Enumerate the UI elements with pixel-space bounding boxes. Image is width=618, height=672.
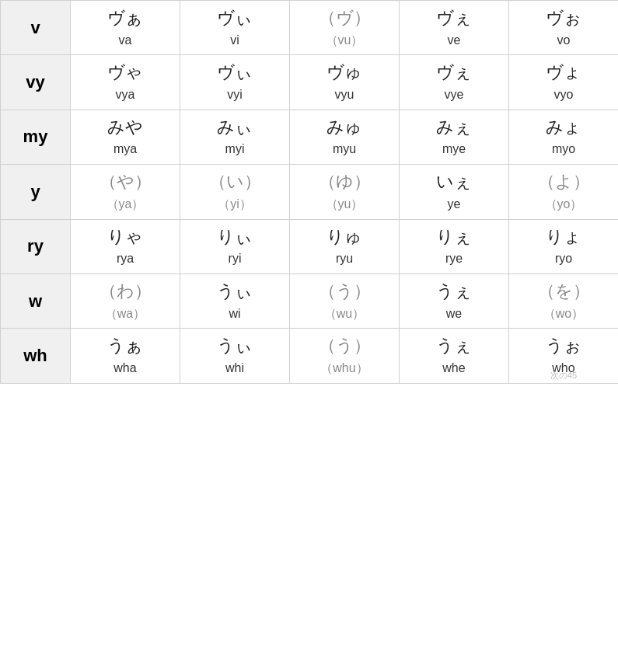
kana-text: みょ: [546, 117, 581, 139]
kana-text: ヴぇ: [436, 7, 472, 30]
kana-cell: ヴぉvo: [509, 1, 619, 55]
romaji-text: myi: [225, 141, 245, 158]
romaji-text: va: [119, 33, 132, 49]
kana-cell: りょryo: [509, 219, 619, 273]
kana-text: ヴぃ: [217, 7, 253, 30]
cell-inner: ヴゃvya: [74, 61, 176, 103]
romaji-text: mya: [113, 141, 137, 158]
kana-text: うぁ: [107, 335, 143, 357]
cell-inner: うぉwho: [512, 335, 615, 376]
row-header: wh: [1, 329, 71, 383]
cell-inner: りゃrya: [74, 226, 176, 267]
kana-cell: うぇwe: [400, 273, 509, 328]
romaji-text: wi: [229, 306, 240, 322]
row-header: my: [1, 110, 71, 164]
kana-cell: みやmya: [71, 110, 180, 164]
romaji-text: （yo）: [545, 197, 583, 213]
kana-text: （ゆ）: [319, 171, 371, 193]
kana-text: ヴぃ: [217, 61, 253, 84]
romaji-text: （whu）: [320, 360, 368, 377]
table-row: ryりゃryaりぃryiりゅryuりぇryeりょryo: [1, 219, 619, 273]
romaji-text: （wa）: [105, 306, 145, 322]
romaji-text: （vu）: [326, 33, 364, 49]
romaji-text: whe: [442, 360, 465, 377]
cell-inner: （ヴ）（vu）: [293, 7, 396, 48]
kana-text: （よ）: [538, 171, 590, 193]
row-header: ry: [1, 219, 71, 273]
romaji-text: （yi）: [218, 197, 252, 213]
kana-cell: ヴぇve: [400, 1, 509, 55]
romaji-text: mye: [442, 141, 466, 158]
cell-inner: りょryo: [512, 226, 615, 267]
kana-cell: ヴぁva: [71, 1, 180, 55]
table-row: w（わ）（wa）うぃwi（う）（wu）うぇwe（を）（wo）: [1, 273, 619, 328]
cell-inner: ヴょvyo: [512, 61, 615, 103]
cell-inner: みゅmyu: [293, 117, 396, 158]
kana-text: りゃ: [107, 226, 143, 249]
kana-text: ヴゅ: [326, 61, 362, 84]
kana-cell: りゅryu: [290, 219, 400, 273]
cell-inner: うぇwe: [403, 280, 505, 322]
kana-cell: ヴゅvyu: [290, 55, 400, 110]
romaji-text: vyo: [554, 87, 574, 103]
romaji-text: vyi: [227, 87, 243, 103]
kana-cell: みぃmyi: [180, 110, 290, 164]
table-row: whうぁwhaうぃwhi（う）（whu）うぇwheうぉwho次の45: [1, 329, 619, 383]
romaji-text: whi: [225, 360, 244, 377]
table-row: vヴぁvaヴぃvi（ヴ）（vu）ヴぇveヴぉvo: [1, 1, 619, 55]
romaji-text: ve: [448, 33, 461, 49]
row-header: y: [1, 165, 71, 219]
cell-inner: ヴぇvye: [403, 61, 505, 103]
kana-cell: ヴぃvi: [180, 1, 290, 55]
kana-cell: （ヴ）（vu）: [290, 1, 400, 55]
cell-inner: みぃmyi: [183, 117, 286, 158]
kana-cell: みょmyo: [509, 110, 619, 164]
kana-cell: みぇmye: [400, 110, 509, 164]
cell-inner: （や）（ya）: [74, 171, 176, 212]
kana-text: （わ）: [100, 280, 152, 303]
kana-text: うぃ: [217, 335, 253, 357]
kana-text: りぃ: [217, 226, 253, 249]
romaji-text: vya: [116, 87, 135, 103]
kana-text: みぃ: [217, 117, 253, 139]
kana-cell: うぃwhi: [180, 329, 290, 383]
kana-cell: うぃwi: [180, 273, 290, 328]
cell-inner: うぇwhe: [403, 335, 505, 376]
cell-inner: りぃryi: [183, 226, 286, 267]
romaji-text: （yu）: [326, 197, 364, 213]
cell-inner: （ゆ）（yu）: [293, 171, 396, 212]
romaji-text: myu: [333, 141, 356, 158]
kana-cell: ヴゃvya: [71, 55, 180, 110]
kana-cell: うぁwha: [71, 329, 180, 383]
romaji-text: vi: [230, 33, 239, 49]
cell-inner: りぇrye: [403, 226, 505, 267]
cell-inner: ヴぃvi: [183, 7, 286, 48]
kana-cell: うぇwhe: [400, 329, 509, 383]
kana-text: みや: [107, 117, 143, 139]
romaji-text: vo: [557, 33, 571, 49]
kana-text: （い）: [209, 171, 261, 193]
cell-inner: （う）（wu）: [293, 280, 396, 322]
cell-inner: みょmyo: [512, 117, 615, 158]
kana-text: うぇ: [436, 280, 472, 303]
kana-text: うぃ: [217, 280, 253, 303]
kana-text: うぉ: [546, 335, 581, 357]
cell-inner: ヴぉvo: [512, 7, 615, 48]
row-header: vy: [1, 55, 71, 110]
table-row: vyヴゃvyaヴぃvyiヴゅvyuヴぇvyeヴょvyo: [1, 55, 619, 110]
kana-text: （や）: [100, 171, 152, 193]
kana-cell: （や）（ya）: [71, 165, 180, 219]
kana-text: ヴゃ: [107, 61, 143, 84]
romaji-text: wha: [113, 360, 136, 377]
table-row: myみやmyaみぃmyiみゅmyuみぇmyeみょmyo: [1, 110, 619, 164]
kana-cell: （を）（wo）: [509, 273, 619, 328]
kana-cell: ヴぃvyi: [180, 55, 290, 110]
cell-inner: ヴぃvyi: [183, 61, 286, 103]
kana-text: （う）: [319, 335, 371, 357]
kana-text: りゅ: [326, 226, 362, 249]
kana-cell: （う）（whu）: [290, 329, 400, 383]
kana-cell: うぉwho次の45: [509, 329, 619, 383]
romaji-text: ryi: [229, 251, 242, 267]
romaji-text: （wu）: [324, 306, 365, 322]
romaji-text: rye: [445, 251, 463, 267]
